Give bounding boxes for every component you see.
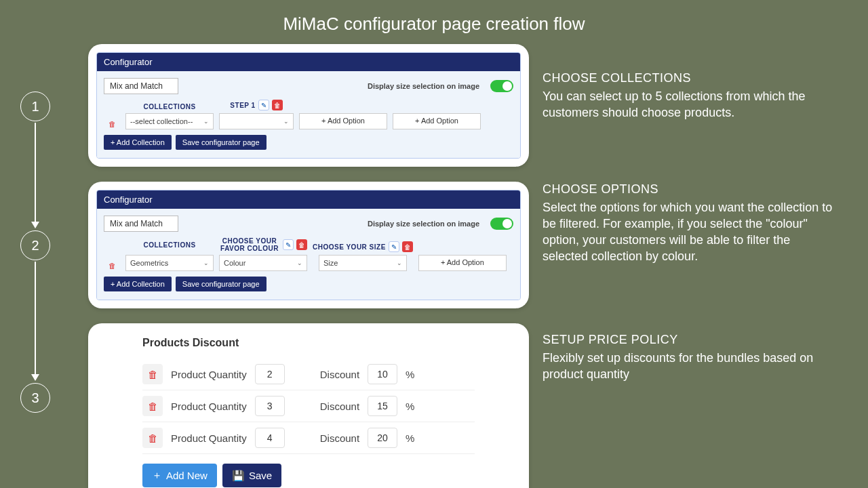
step-3-marker: 3 bbox=[20, 383, 50, 413]
collection-select[interactable]: Geometrics⌄ bbox=[125, 255, 214, 271]
desc-body: Flexibly set up discounts for the bundle… bbox=[542, 350, 834, 383]
disc-label: Discount bbox=[320, 369, 359, 380]
add-option-button[interactable]: + Add Option bbox=[393, 113, 481, 129]
add-option-button[interactable]: + Add Option bbox=[299, 113, 387, 129]
card-choose-options: Configurator Mix and Match Display size … bbox=[88, 182, 529, 308]
config-header: Configurator bbox=[97, 190, 520, 209]
size-header: CHOOSE YOUR SIZE bbox=[313, 243, 386, 251]
disc-input[interactable]: 15 bbox=[368, 396, 397, 416]
step-numbers-rail: 1 2 3 bbox=[0, 44, 68, 488]
desc-head: CHOOSE OPTIONS bbox=[542, 182, 834, 197]
disc-input[interactable]: 10 bbox=[368, 364, 397, 384]
add-collection-button[interactable]: + Add Collection bbox=[104, 277, 172, 291]
toggle-label: Display size selection on image bbox=[368, 82, 479, 90]
connector-line-2 bbox=[35, 262, 36, 375]
desc-body: Select the options for which you want th… bbox=[542, 199, 834, 265]
qty-input[interactable]: 3 bbox=[255, 396, 285, 416]
desc-choose-collections: CHOOSE COLLECTIONS You can select up to … bbox=[542, 71, 834, 121]
step-1-marker: 1 bbox=[20, 92, 50, 121]
discount-row: 🗑 Product Quantity 4 Discount 20 % bbox=[142, 422, 475, 454]
edit-icon[interactable]: ✎ bbox=[283, 239, 294, 250]
qty-label: Product Quantity bbox=[171, 369, 247, 380]
step-option-select[interactable]: ⌄ bbox=[219, 113, 294, 129]
add-new-button[interactable]: ＋Add New bbox=[142, 464, 217, 487]
pct-label: % bbox=[406, 369, 414, 380]
trash-icon[interactable]: 🗑 bbox=[142, 364, 163, 384]
collections-header: COLLECTIONS bbox=[143, 103, 195, 110]
disc-input[interactable]: 20 bbox=[368, 428, 397, 448]
desc-price-policy: SETUP PRICE POLICY Flexibly set up disco… bbox=[542, 333, 834, 383]
step-2-marker: 2 bbox=[20, 230, 50, 260]
page-title: MiMaC configurator page creation flow bbox=[0, 0, 868, 44]
qty-input[interactable]: 4 bbox=[255, 428, 285, 448]
arrow-icon bbox=[31, 222, 39, 228]
save-button[interactable]: 💾Save bbox=[222, 464, 281, 487]
display-size-toggle[interactable] bbox=[490, 218, 513, 230]
display-size-toggle[interactable] bbox=[490, 80, 513, 92]
qty-label: Product Quantity bbox=[171, 401, 247, 412]
colour-select[interactable]: Colour⌄ bbox=[219, 255, 307, 271]
discount-row: 🗑 Product Quantity 3 Discount 15 % bbox=[142, 390, 475, 422]
qty-input[interactable]: 2 bbox=[255, 364, 285, 384]
save-icon: 💾 bbox=[232, 470, 245, 482]
disc-label: Discount bbox=[320, 432, 359, 444]
delete-icon[interactable]: 🗑 bbox=[272, 100, 283, 110]
delete-icon[interactable]: 🗑 bbox=[296, 239, 307, 250]
save-configurator-button[interactable]: Save configurator page bbox=[176, 277, 267, 291]
desc-head: CHOOSE COLLECTIONS bbox=[542, 71, 834, 85]
size-select[interactable]: Size⌄ bbox=[319, 255, 407, 271]
discount-row: 🗑 Product Quantity 2 Discount 10 % bbox=[142, 359, 475, 390]
trash-icon[interactable]: 🗑 bbox=[106, 119, 117, 129]
desc-head: SETUP PRICE POLICY bbox=[542, 333, 834, 347]
card-choose-collections: Configurator Mix and Match Display size … bbox=[88, 44, 529, 167]
trash-icon[interactable]: 🗑 bbox=[106, 260, 117, 271]
step-1-header: STEP 1 bbox=[230, 102, 255, 109]
config-name-input[interactable]: Mix and Match bbox=[104, 216, 178, 232]
pct-label: % bbox=[406, 432, 414, 444]
add-option-button[interactable]: + Add Option bbox=[418, 255, 507, 271]
pct-label: % bbox=[406, 401, 414, 412]
connector-line-1 bbox=[35, 123, 36, 223]
trash-icon[interactable]: 🗑 bbox=[142, 396, 163, 416]
save-configurator-button[interactable]: Save configurator page bbox=[176, 135, 267, 150]
plus-icon: ＋ bbox=[152, 469, 162, 482]
disc-label: Discount bbox=[320, 401, 359, 412]
edit-icon[interactable]: ✎ bbox=[258, 100, 269, 110]
config-name-input[interactable]: Mix and Match bbox=[104, 78, 178, 94]
desc-body: You can select up to 5 collections from … bbox=[542, 88, 834, 121]
config-header: Configurator bbox=[97, 53, 520, 71]
arrow-icon bbox=[31, 374, 39, 381]
desc-choose-options: CHOOSE OPTIONS Select the options for wh… bbox=[542, 182, 834, 265]
toggle-label: Display size selection on image bbox=[368, 220, 479, 228]
collection-select[interactable]: --select collection--⌄ bbox=[125, 113, 214, 129]
collections-header: COLLECTIONS bbox=[143, 237, 195, 252]
discount-title: Products Discount bbox=[142, 337, 475, 349]
card-price-policy: Products Discount 🗑 Product Quantity 2 D… bbox=[88, 323, 529, 488]
trash-icon[interactable]: 🗑 bbox=[142, 428, 163, 448]
edit-icon[interactable]: ✎ bbox=[389, 241, 399, 252]
delete-icon[interactable]: 🗑 bbox=[402, 241, 413, 252]
colour-header: CHOOSE YOUR FAVOR COLOUR bbox=[219, 237, 280, 252]
add-collection-button[interactable]: + Add Collection bbox=[104, 135, 172, 150]
qty-label: Product Quantity bbox=[171, 432, 247, 444]
